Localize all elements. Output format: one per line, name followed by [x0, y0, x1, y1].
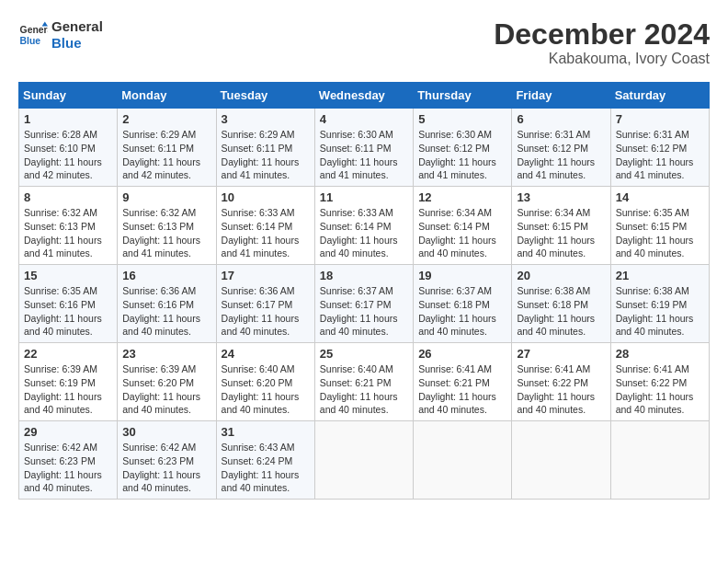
cell-sun-info: Sunrise: 6:34 AM Sunset: 6:15 PM Dayligh… — [517, 206, 605, 260]
logo-general: General — [51, 18, 103, 35]
logo-blue: Blue — [51, 35, 103, 52]
day-number: 7 — [616, 112, 704, 126]
day-number: 28 — [616, 347, 704, 361]
calendar-cell: 31Sunrise: 6:43 AM Sunset: 6:24 PM Dayli… — [216, 421, 314, 500]
calendar-cell: 3Sunrise: 6:29 AM Sunset: 6:11 PM Daylig… — [216, 109, 314, 187]
day-number: 14 — [616, 190, 704, 204]
calendar-cell — [610, 421, 709, 500]
weekday-header-sunday: Sunday — [19, 83, 118, 109]
svg-text:Blue: Blue — [20, 36, 41, 46]
calendar-cell: 9Sunrise: 6:32 AM Sunset: 6:13 PM Daylig… — [118, 187, 216, 265]
day-number: 29 — [24, 425, 112, 439]
cell-sun-info: Sunrise: 6:32 AM Sunset: 6:13 PM Dayligh… — [122, 206, 210, 260]
day-number: 4 — [320, 112, 408, 126]
calendar-cell: 7Sunrise: 6:31 AM Sunset: 6:12 PM Daylig… — [610, 109, 709, 187]
calendar-cell: 25Sunrise: 6:40 AM Sunset: 6:21 PM Dayli… — [314, 343, 413, 421]
cell-sun-info: Sunrise: 6:40 AM Sunset: 6:20 PM Dayligh… — [222, 362, 310, 417]
cell-sun-info: Sunrise: 6:36 AM Sunset: 6:17 PM Dayligh… — [222, 284, 310, 339]
page-subtitle: Kabakouma, Ivory Coast — [494, 51, 710, 67]
cell-sun-info: Sunrise: 6:38 AM Sunset: 6:19 PM Dayligh… — [616, 284, 704, 339]
calendar-header-row: SundayMondayTuesdayWednesdayThursdayFrid… — [19, 83, 710, 109]
cell-sun-info: Sunrise: 6:30 AM Sunset: 6:12 PM Dayligh… — [418, 128, 506, 182]
cell-sun-info: Sunrise: 6:32 AM Sunset: 6:13 PM Dayligh… — [24, 206, 112, 260]
calendar-cell: 29Sunrise: 6:42 AM Sunset: 6:23 PM Dayli… — [19, 421, 118, 500]
day-number: 8 — [24, 190, 112, 204]
page-header: General Blue General Blue December 2024 … — [18, 18, 710, 67]
calendar-cell: 18Sunrise: 6:37 AM Sunset: 6:17 PM Dayli… — [314, 265, 413, 343]
calendar-cell: 24Sunrise: 6:40 AM Sunset: 6:20 PM Dayli… — [216, 343, 314, 421]
calendar-cell: 26Sunrise: 6:41 AM Sunset: 6:21 PM Dayli… — [414, 343, 512, 421]
day-number: 18 — [320, 269, 408, 282]
day-number: 21 — [616, 269, 704, 282]
day-number: 23 — [122, 347, 210, 361]
cell-sun-info: Sunrise: 6:40 AM Sunset: 6:21 PM Dayligh… — [320, 362, 408, 417]
cell-sun-info: Sunrise: 6:33 AM Sunset: 6:14 PM Dayligh… — [222, 206, 310, 260]
cell-sun-info: Sunrise: 6:39 AM Sunset: 6:20 PM Dayligh… — [122, 362, 210, 417]
calendar-cell: 21Sunrise: 6:38 AM Sunset: 6:19 PM Dayli… — [610, 265, 709, 343]
weekday-header-saturday: Saturday — [610, 83, 709, 109]
cell-sun-info: Sunrise: 6:39 AM Sunset: 6:19 PM Dayligh… — [24, 362, 112, 417]
calendar-week-row: 1Sunrise: 6:28 AM Sunset: 6:10 PM Daylig… — [19, 109, 710, 187]
title-block: December 2024 Kabakouma, Ivory Coast — [494, 18, 710, 67]
calendar-cell: 30Sunrise: 6:42 AM Sunset: 6:23 PM Dayli… — [118, 421, 216, 500]
day-number: 9 — [122, 190, 210, 204]
day-number: 12 — [418, 190, 506, 204]
calendar-cell: 1Sunrise: 6:28 AM Sunset: 6:10 PM Daylig… — [19, 109, 118, 187]
calendar-cell: 6Sunrise: 6:31 AM Sunset: 6:12 PM Daylig… — [512, 109, 610, 187]
calendar-week-row: 22Sunrise: 6:39 AM Sunset: 6:19 PM Dayli… — [19, 343, 710, 421]
calendar-cell: 2Sunrise: 6:29 AM Sunset: 6:11 PM Daylig… — [118, 109, 216, 187]
calendar-cell: 8Sunrise: 6:32 AM Sunset: 6:13 PM Daylig… — [19, 187, 118, 265]
weekday-header-tuesday: Tuesday — [216, 83, 314, 109]
cell-sun-info: Sunrise: 6:31 AM Sunset: 6:12 PM Dayligh… — [616, 128, 704, 182]
day-number: 25 — [320, 347, 408, 361]
weekday-header-thursday: Thursday — [414, 83, 512, 109]
svg-marker-2 — [42, 22, 48, 27]
calendar-cell: 4Sunrise: 6:30 AM Sunset: 6:11 PM Daylig… — [314, 109, 413, 187]
calendar-cell — [314, 421, 413, 500]
day-number: 26 — [418, 347, 506, 361]
cell-sun-info: Sunrise: 6:37 AM Sunset: 6:17 PM Dayligh… — [320, 284, 408, 339]
day-number: 11 — [320, 190, 408, 204]
calendar-cell: 16Sunrise: 6:36 AM Sunset: 6:16 PM Dayli… — [118, 265, 216, 343]
cell-sun-info: Sunrise: 6:41 AM Sunset: 6:21 PM Dayligh… — [418, 362, 506, 417]
calendar-cell: 20Sunrise: 6:38 AM Sunset: 6:18 PM Dayli… — [512, 265, 610, 343]
cell-sun-info: Sunrise: 6:33 AM Sunset: 6:14 PM Dayligh… — [320, 206, 408, 260]
cell-sun-info: Sunrise: 6:31 AM Sunset: 6:12 PM Dayligh… — [517, 128, 605, 182]
calendar-cell: 14Sunrise: 6:35 AM Sunset: 6:15 PM Dayli… — [610, 187, 709, 265]
day-number: 20 — [517, 269, 605, 282]
day-number: 15 — [24, 269, 112, 282]
day-number: 22 — [24, 347, 112, 361]
day-number: 10 — [222, 190, 310, 204]
calendar-cell: 28Sunrise: 6:41 AM Sunset: 6:22 PM Dayli… — [610, 343, 709, 421]
day-number: 6 — [517, 112, 605, 126]
page-title: December 2024 — [494, 18, 710, 51]
cell-sun-info: Sunrise: 6:34 AM Sunset: 6:14 PM Dayligh… — [418, 206, 506, 260]
day-number: 17 — [222, 269, 310, 282]
cell-sun-info: Sunrise: 6:42 AM Sunset: 6:23 PM Dayligh… — [122, 441, 210, 495]
day-number: 1 — [24, 112, 112, 126]
day-number: 2 — [122, 112, 210, 126]
day-number: 27 — [517, 347, 605, 361]
cell-sun-info: Sunrise: 6:36 AM Sunset: 6:16 PM Dayligh… — [122, 284, 210, 339]
cell-sun-info: Sunrise: 6:42 AM Sunset: 6:23 PM Dayligh… — [24, 441, 112, 495]
logo: General Blue General Blue — [18, 18, 103, 52]
cell-sun-info: Sunrise: 6:38 AM Sunset: 6:18 PM Dayligh… — [517, 284, 605, 339]
day-number: 31 — [222, 425, 310, 439]
cell-sun-info: Sunrise: 6:28 AM Sunset: 6:10 PM Dayligh… — [24, 128, 112, 182]
svg-text:General: General — [20, 25, 48, 35]
cell-sun-info: Sunrise: 6:37 AM Sunset: 6:18 PM Dayligh… — [418, 284, 506, 339]
cell-sun-info: Sunrise: 6:41 AM Sunset: 6:22 PM Dayligh… — [616, 362, 704, 417]
day-number: 24 — [222, 347, 310, 361]
calendar-week-row: 29Sunrise: 6:42 AM Sunset: 6:23 PM Dayli… — [19, 421, 710, 500]
weekday-header-friday: Friday — [512, 83, 610, 109]
calendar-cell: 19Sunrise: 6:37 AM Sunset: 6:18 PM Dayli… — [414, 265, 512, 343]
calendar-week-row: 8Sunrise: 6:32 AM Sunset: 6:13 PM Daylig… — [19, 187, 710, 265]
cell-sun-info: Sunrise: 6:43 AM Sunset: 6:24 PM Dayligh… — [222, 441, 310, 495]
calendar-cell — [512, 421, 610, 500]
day-number: 13 — [517, 190, 605, 204]
calendar-cell: 10Sunrise: 6:33 AM Sunset: 6:14 PM Dayli… — [216, 187, 314, 265]
day-number: 5 — [418, 112, 506, 126]
calendar-cell: 5Sunrise: 6:30 AM Sunset: 6:12 PM Daylig… — [414, 109, 512, 187]
day-number: 19 — [418, 269, 506, 282]
calendar-cell: 23Sunrise: 6:39 AM Sunset: 6:20 PM Dayli… — [118, 343, 216, 421]
